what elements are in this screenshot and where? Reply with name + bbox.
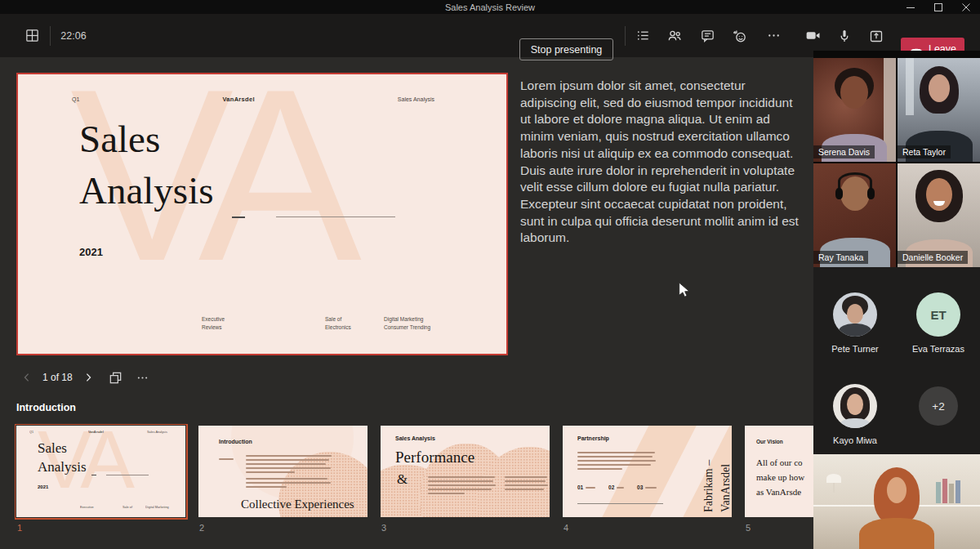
pager-more-button[interactable] <box>132 367 154 388</box>
microphone-icon <box>836 28 853 44</box>
thumbnail-number: 3 <box>381 523 551 533</box>
slides-overlap-icon <box>108 370 123 386</box>
overflow-participants-badge[interactable]: +2 <box>919 386 958 426</box>
thumb-big-text: All of our co make up how as VanArsde <box>756 455 804 499</box>
participant-name-badge: Ray Tanaka <box>813 251 868 264</box>
thumb-body-text <box>219 458 234 460</box>
headphones <box>838 172 872 190</box>
slide-horizontal-rule <box>276 216 395 217</box>
maximize-icon <box>934 3 942 11</box>
participant-name-badge: Serena Davis <box>813 145 875 158</box>
thumb-vertical-text: Fabrikam – VanArsdel <box>700 431 732 512</box>
camera-button[interactable] <box>798 21 827 51</box>
self-view-video[interactable] <box>813 454 980 549</box>
slide-thumbnail-2[interactable]: Introduction Collective Experiences <box>198 426 368 517</box>
minimize-icon <box>906 3 915 11</box>
thumb-body-text <box>246 478 334 490</box>
reactions-button[interactable] <box>725 21 755 51</box>
teams-meeting-window: Sales Analysis Review 22:06 Stop present… <box>0 0 980 549</box>
roster-row: Kayo Miwa +2 <box>813 384 980 445</box>
participant-video[interactable]: Danielle Booker <box>898 163 980 267</box>
participants-sidebar: Serena Davis Reta Taylor Ray Tanaka <box>813 51 980 549</box>
video-gallery: Serena Davis Reta Taylor Ray Tanaka <box>813 58 980 267</box>
maximize-button[interactable] <box>924 0 952 14</box>
more-options-button[interactable] <box>759 21 788 51</box>
slide-thumbnail-5[interactable]: Our Vision All of our co make up how as … <box>745 426 813 517</box>
thumb-rule <box>91 475 96 475</box>
toolbar-divider <box>625 26 626 46</box>
participant-name: Kayo Miwa <box>833 435 877 445</box>
gallery-grid-button[interactable] <box>17 21 47 51</box>
participant-video[interactable]: Ray Tanaka <box>813 163 896 267</box>
person-silhouette <box>859 518 934 549</box>
avatar-kayo-miwa[interactable] <box>833 384 877 428</box>
lamp <box>826 474 841 483</box>
thumbnail-number: 5 <box>746 523 813 533</box>
chevron-left-icon <box>20 371 33 384</box>
thumbnail-number: 1 <box>17 523 187 533</box>
thumb-body-text <box>246 455 334 475</box>
notes-list-button[interactable] <box>628 21 657 51</box>
participant-name: Eva Terrazas <box>912 344 964 354</box>
filmstrip: VA Q1 VanArsdel Sales Analysis Sales Ana… <box>15 424 813 547</box>
books <box>956 480 960 503</box>
grid-icon <box>24 28 40 43</box>
participant-name: Pete Turner <box>831 344 878 354</box>
participant-video[interactable]: Reta Taylor <box>898 58 980 162</box>
avatar-pete-turner[interactable] <box>833 292 877 337</box>
current-slide-canvas[interactable]: VA Q1 VanArsdel Sales Analysis Sales Ana… <box>16 73 508 355</box>
previous-slide-button[interactable] <box>16 367 38 388</box>
slide-thumbnail-4[interactable]: Partnership 01 02 03 Fabrikam – VanArsde… <box>563 426 732 517</box>
thumb-body-text <box>428 476 497 497</box>
thumb-body-text <box>577 452 657 472</box>
participant-video[interactable]: Serena Davis <box>813 58 896 162</box>
minimize-button[interactable] <box>897 0 924 14</box>
window-title: Sales Analysis Review <box>445 2 535 12</box>
ellipsis-icon <box>136 371 149 385</box>
books <box>936 482 941 503</box>
roster-row: Pete Turner ET Eva Terrazas <box>813 292 980 354</box>
ellipsis-icon <box>766 28 782 43</box>
thumbnail-number: 2 <box>199 523 369 533</box>
slide-underscore-rule <box>232 216 245 218</box>
next-slide-button[interactable] <box>78 367 99 388</box>
speaker-notes-text: Lorem ipsum dolor sit amet, consectetur … <box>520 78 800 247</box>
video-bg-detail <box>906 58 914 115</box>
books <box>942 479 947 503</box>
stop-presenting-button[interactable]: Stop presenting <box>519 38 613 60</box>
decor-rule <box>577 503 663 504</box>
slide-header-right: Sales Analysis <box>398 96 434 102</box>
close-button[interactable] <box>952 0 980 14</box>
share-tray-button[interactable] <box>862 21 891 51</box>
thumbnail-number: 4 <box>564 523 733 533</box>
chat-icon <box>700 28 715 43</box>
slide-footer-col: ExecutiveReviews <box>202 315 225 332</box>
thumb-big-text: Collective Experiences <box>241 498 354 511</box>
slide-title: Sales Analysis <box>79 114 214 216</box>
camera-icon <box>804 27 822 44</box>
headphones <box>835 188 843 199</box>
list-icon <box>635 28 651 43</box>
thumb-steps: 01 02 03 <box>577 484 657 490</box>
reactions-icon <box>732 28 748 44</box>
participants-button[interactable] <box>660 21 689 51</box>
chevron-right-icon <box>82 371 95 384</box>
avatar-eva-terrazas[interactable]: ET <box>916 292 960 337</box>
slide-counter: 1 of 18 <box>42 372 73 383</box>
grid-view-button[interactable] <box>105 367 127 388</box>
slide-thumbnail-3[interactable]: Sales Analysis Performance & <box>381 426 550 517</box>
person-silhouette <box>887 477 906 503</box>
slide-brand-logo: VanArsdel <box>79 96 398 103</box>
mic-button[interactable] <box>830 21 859 51</box>
participant-name-badge: Danielle Booker <box>898 251 968 264</box>
person-silhouette <box>926 178 952 211</box>
chat-button[interactable] <box>693 21 722 51</box>
books <box>949 484 954 503</box>
thumb-rule <box>106 475 149 475</box>
section-heading: Introduction <box>16 402 76 413</box>
person-silhouette <box>929 74 950 102</box>
mouse-cursor <box>678 282 691 297</box>
slide-footer-col: Sale ofElectronics <box>325 315 351 332</box>
slide-header-row: Q1 VanArsdel Sales Analysis <box>18 96 506 103</box>
slide-thumbnail-1[interactable]: VA Q1 VanArsdel Sales Analysis Sales Ana… <box>16 426 185 517</box>
